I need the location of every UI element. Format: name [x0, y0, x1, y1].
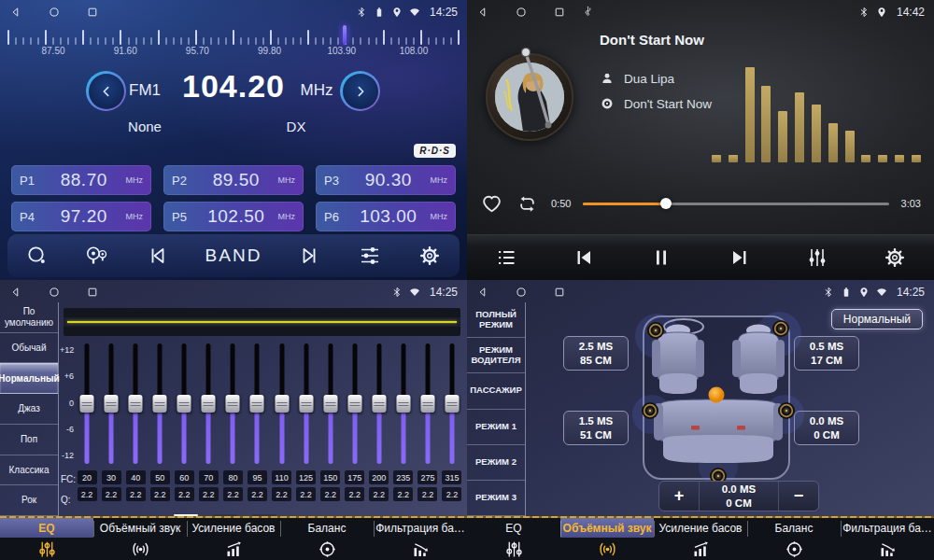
eq-preset-item[interactable]: Рок	[0, 485, 58, 516]
recents-button[interactable]	[553, 6, 566, 19]
eq-preset-item[interactable]: Джаз	[0, 394, 58, 425]
back-button[interactable]	[476, 286, 489, 299]
front-right-speaker-icon[interactable]	[772, 320, 789, 337]
tune-up-button[interactable]	[340, 71, 380, 111]
listening-mode-item[interactable]: ПОЛНЫЙ РЕЖИМ	[467, 302, 525, 338]
tab-bass-boost[interactable]: Усиление басов	[654, 518, 747, 560]
increase-delay-button[interactable]: +	[659, 482, 699, 511]
slider-thumb[interactable]	[80, 395, 94, 413]
gain-slider[interactable]	[75, 340, 99, 468]
playlist-icon[interactable]	[495, 246, 517, 269]
front-right-delay-button[interactable]: 0.5 MS 17 CM	[794, 336, 859, 371]
repeat-icon[interactable]	[516, 192, 539, 216]
slider-thumb[interactable]	[177, 395, 191, 413]
tab-balance[interactable]: Баланс	[280, 518, 374, 560]
slider-thumb[interactable]	[420, 395, 434, 413]
previous-track-icon[interactable]	[573, 246, 595, 269]
slider-thumb[interactable]	[105, 395, 119, 413]
gain-slider[interactable]	[416, 340, 440, 468]
preset-button[interactable]: P5 102.50 MHz	[163, 202, 304, 231]
tab-filter[interactable]: Фильтрация ба…	[841, 518, 934, 560]
home-button[interactable]	[515, 6, 528, 19]
next-track-icon[interactable]	[729, 246, 751, 269]
slider-thumb[interactable]	[372, 395, 386, 413]
recents-button[interactable]	[86, 6, 99, 19]
tab-bass-boost[interactable]: Усиление басов	[187, 518, 280, 560]
slider-thumb[interactable]	[323, 395, 337, 413]
progress-bar[interactable]	[583, 203, 888, 205]
tab-balance[interactable]: Баланс	[747, 518, 841, 560]
slider-thumb[interactable]	[396, 395, 410, 413]
gain-slider[interactable]	[294, 340, 318, 468]
equalizer-icon[interactable]	[359, 245, 381, 267]
gain-slider[interactable]	[220, 340, 245, 468]
preset-button[interactable]: P4 97.20 MHz	[11, 202, 151, 231]
gain-slider[interactable]	[99, 340, 123, 468]
preset-button[interactable]: P3 90.30 MHz	[316, 165, 456, 195]
preset-button[interactable]: P6 103.00 MHz	[316, 202, 456, 231]
eq-preset-item[interactable]: Классика	[0, 455, 58, 486]
eq-preset-item[interactable]: Поп	[0, 425, 58, 455]
pause-icon[interactable]	[650, 246, 672, 269]
seek-next-icon[interactable]	[299, 245, 321, 267]
slider-thumb[interactable]	[129, 395, 143, 413]
tab-eq[interactable]: EQ	[467, 518, 560, 560]
settings-gear-icon[interactable]	[884, 246, 906, 269]
eq-preset-item[interactable]: Нормальный	[0, 363, 58, 394]
decrease-delay-button[interactable]: −	[779, 482, 818, 511]
slider-thumb[interactable]	[299, 395, 313, 413]
slider-thumb[interactable]	[445, 395, 459, 413]
back-button[interactable]	[9, 6, 22, 19]
scan-search-icon[interactable]	[26, 245, 49, 267]
equalizer-icon[interactable]	[806, 246, 828, 269]
slider-thumb[interactable]	[275, 395, 289, 413]
gain-slider[interactable]	[391, 340, 416, 468]
slider-thumb[interactable]	[347, 395, 361, 413]
slider-thumb[interactable]	[202, 395, 216, 413]
home-button[interactable]	[48, 6, 61, 19]
tab-surround[interactable]: Объёмный звук	[560, 518, 654, 560]
frequency-ruler[interactable]	[7, 28, 460, 45]
rear-left-delay-button[interactable]: 1.5 MS 51 CM	[563, 411, 629, 445]
gain-slider[interactable]	[196, 340, 220, 468]
tab-surround[interactable]: Объёмный звук	[93, 518, 187, 560]
slider-thumb[interactable]	[153, 395, 167, 413]
rear-left-speaker-icon[interactable]	[642, 402, 658, 419]
front-left-speaker-icon[interactable]	[647, 322, 664, 339]
home-button[interactable]	[48, 286, 61, 299]
sound-profile-button[interactable]: Нормальный	[831, 309, 923, 329]
listening-mode-item[interactable]: ПАССАЖИР	[467, 373, 525, 409]
recents-button[interactable]	[553, 286, 566, 299]
preset-button[interactable]: P2 89.50 MHz	[163, 165, 304, 195]
back-button[interactable]	[476, 6, 489, 19]
slider-thumb[interactable]	[226, 395, 240, 413]
listening-mode-item[interactable]: РЕЖИМ 1	[467, 410, 525, 445]
back-button[interactable]	[9, 286, 22, 299]
favorite-heart-icon[interactable]	[480, 192, 503, 216]
eq-preset-item[interactable]: По умолчанию	[0, 302, 58, 333]
listening-mode-item[interactable]: РЕЖИМ ВОДИТЕЛЯ	[467, 338, 525, 373]
gain-slider[interactable]	[270, 340, 294, 468]
rear-right-speaker-icon[interactable]	[778, 402, 795, 419]
broadcast-icon[interactable]	[86, 245, 108, 267]
band-button[interactable]: BAND	[205, 245, 262, 266]
gain-slider[interactable]	[343, 340, 367, 468]
tab-filter[interactable]: Фильтрация ба…	[374, 518, 467, 560]
gain-slider[interactable]	[172, 340, 196, 468]
preset-button[interactable]: P1 88.70 MHz	[11, 165, 151, 195]
gain-slider[interactable]	[148, 340, 172, 468]
listening-mode-item[interactable]: РЕЖИМ 2	[467, 445, 525, 481]
listening-position-dot[interactable]	[709, 387, 725, 403]
recents-button[interactable]	[86, 286, 99, 299]
gain-slider[interactable]	[123, 340, 148, 468]
listening-mode-item[interactable]: РЕЖИМ 3	[467, 481, 525, 516]
tab-eq[interactable]: EQ	[0, 518, 93, 560]
home-button[interactable]	[515, 286, 528, 299]
gain-slider[interactable]	[245, 340, 269, 468]
front-left-delay-button[interactable]: 2.5 MS 85 CM	[563, 336, 629, 371]
gain-slider[interactable]	[440, 340, 464, 468]
gain-slider[interactable]	[367, 340, 391, 468]
slider-thumb[interactable]	[250, 395, 264, 413]
settings-gear-icon[interactable]	[418, 245, 441, 267]
gain-slider[interactable]	[318, 340, 343, 468]
